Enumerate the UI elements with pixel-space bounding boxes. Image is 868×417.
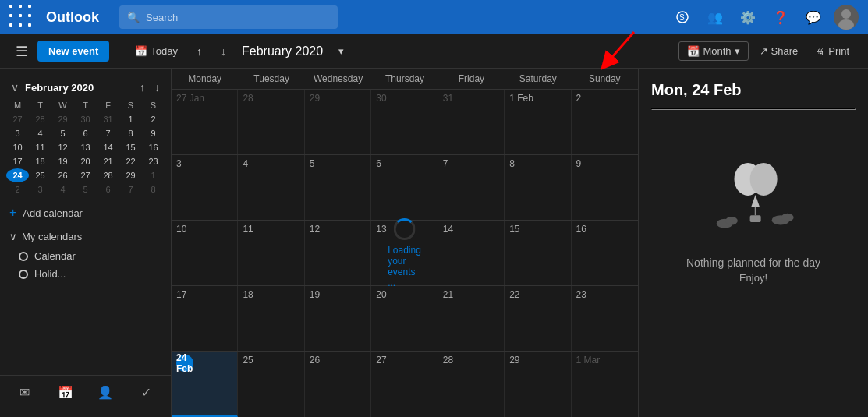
calendar-item-calendar[interactable]: Calendar [0, 247, 171, 265]
mini-cal-cell[interactable]: 4 [29, 126, 51, 140]
calendar-cell[interactable]: 30 [371, 90, 438, 154]
mini-cal-cell[interactable]: 26 [51, 168, 74, 182]
calendar-cell[interactable]: 20 [371, 286, 438, 351]
mini-cal-cell[interactable]: 12 [51, 140, 74, 154]
mini-cal-cell[interactable]: 31 [97, 112, 119, 126]
calendar-cell[interactable]: 15 [505, 221, 571, 285]
calendar-cell[interactable]: 14 [438, 221, 505, 285]
mini-cal-cell[interactable]: 9 [142, 126, 165, 140]
calendar-cell[interactable]: 16 [572, 221, 638, 285]
people-nav-button[interactable]: 👤 [87, 380, 125, 405]
mini-cal-cell[interactable]: 28 [29, 112, 51, 126]
feedback-icon[interactable]: 💬 [801, 5, 826, 30]
calendar-cell[interactable]: 6 [371, 155, 438, 220]
view-month-button[interactable]: 📆 Month ▾ [678, 41, 748, 61]
calendar-cell[interactable]: 1 Mar [572, 352, 638, 417]
mini-cal-cell[interactable]: 29 [119, 168, 142, 182]
calendar-cell[interactable]: 5 [305, 155, 371, 220]
calendar-cell[interactable]: 10 [172, 221, 238, 285]
mini-cal-cell[interactable]: 17 [6, 154, 29, 168]
search-box[interactable]: 🔍 [119, 5, 338, 29]
mini-prev-month[interactable]: ↑ [136, 80, 148, 95]
mini-cal-cell[interactable]: 1 [142, 168, 165, 182]
calendar-cell[interactable]: 19 [305, 286, 371, 351]
mini-cal-cell[interactable]: 21 [97, 154, 119, 168]
calendar-cell[interactable]: 13Loading your events ... [371, 221, 438, 285]
today-button[interactable]: 📅 Today [129, 42, 184, 60]
avatar-icon[interactable] [834, 5, 859, 30]
calendar-cell[interactable]: 27 [371, 352, 438, 417]
calendar-cell[interactable]: 18 [238, 286, 304, 351]
next-month-button[interactable]: ↓ [214, 42, 232, 61]
mini-cal-cell[interactable]: 4 [51, 182, 74, 196]
mini-cal-cell[interactable]: 7 [97, 126, 119, 140]
mini-cal-cell[interactable]: 14 [97, 140, 119, 154]
mini-cal-cell[interactable]: 28 [97, 168, 119, 182]
mini-cal-cell[interactable]: 15 [119, 140, 142, 154]
mini-cal-cell[interactable]: 22 [119, 154, 142, 168]
mini-cal-cell[interactable]: 13 [74, 140, 97, 154]
calendar-cell[interactable]: 4 [238, 155, 304, 220]
mini-cal-cell[interactable]: 11 [29, 140, 51, 154]
mini-cal-cell[interactable]: 20 [74, 154, 97, 168]
new-event-button[interactable]: New event [37, 41, 109, 62]
help-icon[interactable]: ❓ [768, 5, 793, 30]
calendar-cell[interactable]: 2 [572, 90, 638, 154]
people-icon[interactable]: 👥 [703, 5, 728, 30]
mini-collapse-button[interactable]: ∨ [8, 80, 22, 95]
mini-cal-cell[interactable]: 24 [6, 168, 29, 182]
calendar-cell[interactable]: 12 [305, 221, 371, 285]
calendar-item-holiday[interactable]: Holid... [0, 265, 171, 283]
mini-cal-cell[interactable]: 25 [29, 168, 51, 182]
mini-cal-cell[interactable]: 8 [142, 182, 165, 196]
mini-cal-cell[interactable]: 1 [119, 112, 142, 126]
mini-cal-cell[interactable]: 29 [51, 112, 74, 126]
calendar-cell[interactable]: 8 [505, 155, 571, 220]
app-grid-icon[interactable] [9, 5, 35, 30]
settings-icon[interactable]: ⚙️ [735, 5, 760, 30]
calendar-cell[interactable]: 26 [305, 352, 371, 417]
mini-cal-cell[interactable]: 3 [6, 126, 29, 140]
calendar-cell[interactable]: 25 [238, 352, 304, 417]
share-button[interactable]: ↗ Share [753, 42, 805, 60]
calendar-cell[interactable]: 28 [238, 90, 304, 154]
calendar-cell[interactable]: 21 [438, 286, 505, 351]
mini-cal-cell[interactable]: 6 [74, 126, 97, 140]
mini-cal-cell[interactable]: 2 [142, 112, 165, 126]
mini-cal-cell[interactable]: 30 [74, 112, 97, 126]
calendar-cell[interactable]: 11 [238, 221, 304, 285]
calendar-cell[interactable]: 17 [172, 286, 238, 351]
mini-cal-cell[interactable]: 8 [119, 126, 142, 140]
mini-next-month[interactable]: ↓ [151, 80, 163, 95]
add-calendar-item[interactable]: + Add calendar [0, 200, 171, 226]
calendar-cell[interactable]: 29 [505, 352, 571, 417]
calendar-cell[interactable]: 1 Feb [505, 90, 571, 154]
mini-cal-cell[interactable]: 10 [6, 140, 29, 154]
sidebar-toggle[interactable]: ☰ [12, 40, 31, 63]
calendar-cell[interactable]: 23 [572, 286, 638, 351]
calendar-cell[interactable]: 24 Feb [172, 352, 238, 417]
mini-cal-cell[interactable]: 19 [51, 154, 74, 168]
mini-cal-cell[interactable]: 5 [51, 126, 74, 140]
mini-cal-cell[interactable]: 3 [29, 182, 51, 196]
skype-icon[interactable]: S [670, 5, 695, 30]
calendar-nav-button[interactable]: 📅 [47, 380, 84, 405]
my-calendars-header[interactable]: ∨ My calendars [0, 226, 171, 247]
calendar-cell[interactable]: 28 [438, 352, 505, 417]
mini-cal-cell[interactable]: 2 [6, 182, 29, 196]
tasks-nav-button[interactable]: ✓ [127, 380, 165, 405]
mini-cal-cell[interactable]: 27 [74, 168, 97, 182]
calendar-cell[interactable]: 7 [438, 155, 505, 220]
calendar-cell[interactable]: 29 [305, 90, 371, 154]
mini-cal-cell[interactable]: 16 [142, 140, 165, 154]
prev-month-button[interactable]: ↑ [190, 42, 208, 61]
calendar-cell[interactable]: 31 [438, 90, 505, 154]
calendar-cell[interactable]: 9 [572, 155, 638, 220]
mini-cal-cell[interactable]: 27 [6, 112, 29, 126]
mini-cal-cell[interactable]: 5 [74, 182, 97, 196]
calendar-cell[interactable]: 3 [172, 155, 238, 220]
calendar-cell[interactable]: 27 Jan [172, 90, 238, 154]
mini-cal-cell[interactable]: 7 [119, 182, 142, 196]
mini-cal-cell[interactable]: 6 [97, 182, 119, 196]
search-input[interactable] [146, 12, 330, 23]
